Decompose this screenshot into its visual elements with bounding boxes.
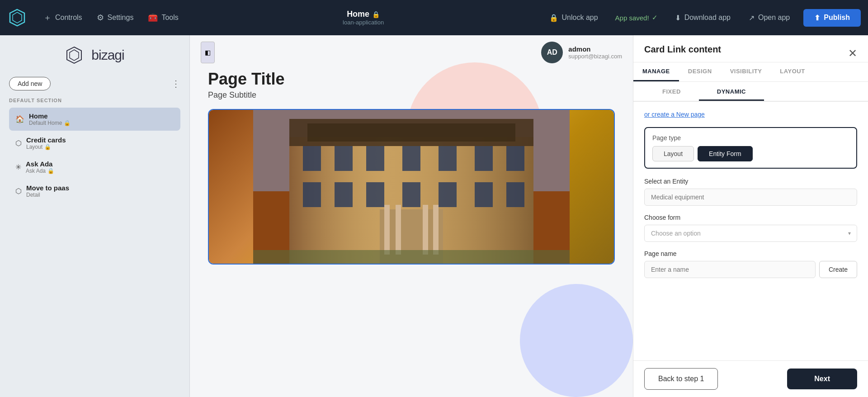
subtab-dynamic[interactable]: DYNAMIC	[699, 84, 764, 101]
svg-rect-30	[253, 250, 570, 264]
download-label: Download app	[684, 14, 731, 22]
tab-visibility[interactable]: VISIBILITY	[721, 62, 771, 81]
user-email: support@bizagi.com	[568, 53, 622, 60]
open-app-button[interactable]: ↗ Open app	[741, 9, 798, 27]
choose-form-select[interactable]: Choose an option	[644, 225, 857, 242]
credit-cards-subtitle: Layout 🔒	[26, 144, 66, 150]
credit-cards-icon: ⬡	[15, 139, 22, 147]
publish-label: Publish	[824, 14, 850, 22]
create-new-page-link[interactable]: or create a New page	[644, 111, 857, 118]
lock-credit-icon: 🔒	[44, 144, 51, 150]
select-entity-input[interactable]	[644, 189, 857, 206]
collapse-button[interactable]: ◧	[201, 42, 215, 63]
create-button[interactable]: Create	[819, 261, 857, 278]
page-name-create-row: Create	[644, 261, 857, 278]
choose-form-wrapper: Choose an option ▾	[644, 225, 857, 242]
move-to-paas-subtitle: Detail	[26, 192, 69, 198]
svg-rect-22	[439, 182, 457, 207]
page-type-box: Page type Layout Entity Form	[644, 127, 857, 169]
panel-subtabs: FIXED DYNAMIC	[633, 84, 868, 102]
sidebar-item-home[interactable]: 🏠 Home Default Home 🔒	[9, 108, 180, 131]
lock2-icon: 🔒	[549, 14, 558, 22]
subtab-fixed[interactable]: FIXED	[644, 84, 699, 101]
svg-rect-26	[384, 205, 390, 255]
back-to-step-button[interactable]: Back to step 1	[644, 368, 718, 390]
page-type-buttons: Layout Entity Form	[652, 146, 849, 161]
open-label: Open app	[758, 14, 790, 22]
decoration-blob-blue	[520, 284, 633, 397]
panel-title: Card Link content	[644, 44, 721, 62]
svg-rect-20	[366, 182, 384, 207]
home-subtitle: Default Home 🔒	[29, 120, 71, 126]
check-icon: ✓	[652, 14, 658, 22]
settings-label: Settings	[108, 14, 134, 22]
sidebar-item-credit-cards[interactable]: ⬡ Credit cards Layout 🔒	[9, 132, 180, 155]
panel-footer: Back to step 1 Next	[633, 360, 868, 397]
svg-marker-3	[70, 50, 79, 61]
svg-rect-14	[402, 146, 420, 171]
settings-button[interactable]: ⚙ Settings	[90, 8, 141, 27]
sidebar-header: Add new ⋮	[9, 77, 180, 90]
sidebar-item-ask-ada[interactable]: ✳ Ask Ada Ask Ada 🔒	[9, 156, 180, 179]
unlock-label: Unlock app	[562, 14, 598, 22]
external-link-icon: ↗	[749, 14, 755, 22]
app-subtitle: loan-application	[343, 19, 384, 26]
add-new-button[interactable]: Add new	[9, 77, 51, 90]
app-title: Home 🔒	[347, 9, 380, 19]
publish-button[interactable]: ⬆ Publish	[803, 9, 861, 27]
user-badge: AD admon support@bizagi.com	[541, 42, 622, 63]
settings-icon: ⚙	[97, 13, 104, 23]
svg-rect-13	[366, 146, 384, 171]
svg-rect-10	[307, 123, 515, 142]
svg-rect-27	[396, 205, 401, 255]
move-to-paas-title: Move to paas	[26, 184, 69, 192]
tools-icon: 🧰	[148, 13, 158, 23]
svg-rect-21	[402, 182, 420, 207]
panel-close-button[interactable]: ✕	[848, 47, 857, 60]
svg-rect-28	[423, 205, 428, 255]
move-to-paas-icon: ⬡	[15, 187, 22, 195]
panel-body: or create a New page Page type Layout En…	[633, 102, 868, 360]
sidebar-logo: bizagi	[9, 46, 180, 64]
sidebar-item-move-to-paas[interactable]: ⬡ Move to paas Detail	[9, 180, 180, 203]
canvas-top-bar: ◧ AD admon support@bizagi.com	[190, 35, 633, 70]
panel-header: Card Link content ✕	[633, 35, 868, 62]
unlock-app-button[interactable]: 🔒 Unlock app	[541, 9, 606, 27]
main-layout: bizagi Add new ⋮ DEFAULT SECTION 🏠 Home …	[0, 35, 868, 397]
tools-label: Tools	[161, 14, 178, 22]
ask-ada-icon: ✳	[15, 163, 21, 171]
app-logo	[7, 8, 27, 28]
section-label: DEFAULT SECTION	[9, 98, 180, 103]
panel-tabs: MANAGE DESIGN VISIBILITY LAYOUT	[633, 62, 868, 82]
svg-rect-16	[475, 146, 493, 171]
svg-rect-29	[433, 205, 439, 255]
page-type-entity-form[interactable]: Entity Form	[698, 146, 753, 161]
user-name: admon	[568, 45, 622, 53]
download-app-button[interactable]: ⬇ Download app	[667, 9, 739, 27]
nav-center: Home 🔒 loan-application	[186, 9, 541, 26]
card-image	[209, 110, 614, 264]
svg-rect-24	[506, 182, 524, 207]
lock-ada-icon: 🔒	[47, 168, 54, 174]
tab-layout[interactable]: LAYOUT	[771, 62, 814, 81]
card-container[interactable]: ☰ ⇄ ✏ 👁 ⊞ ⤢ 🗑	[208, 109, 615, 265]
canvas: ◧ AD admon support@bizagi.com Page Title…	[190, 35, 633, 397]
app-saved-status: App saved! ✓	[608, 9, 665, 26]
choose-form-group: Choose form Choose an option ▾	[644, 214, 857, 242]
tab-manage[interactable]: MANAGE	[633, 62, 679, 81]
svg-rect-18	[303, 182, 321, 207]
tab-design[interactable]: DESIGN	[679, 62, 721, 81]
page-name-input[interactable]	[644, 261, 816, 278]
tools-button[interactable]: 🧰 Tools	[141, 8, 185, 27]
lock-icon: 🔒	[372, 11, 380, 18]
controls-button[interactable]: ＋ Controls	[36, 8, 90, 28]
sidebar-menu-button[interactable]: ⋮	[171, 78, 180, 89]
next-button[interactable]: Next	[787, 369, 857, 389]
top-navigation: ＋ Controls ⚙ Settings 🧰 Tools Home 🔒 loa…	[0, 0, 868, 35]
lock-home-icon: 🔒	[64, 120, 71, 126]
svg-rect-12	[335, 146, 353, 171]
credit-cards-title: Credit cards	[26, 136, 66, 144]
page-type-layout[interactable]: Layout	[652, 146, 694, 161]
svg-rect-17	[506, 146, 524, 171]
page-type-label: Page type	[652, 134, 849, 142]
